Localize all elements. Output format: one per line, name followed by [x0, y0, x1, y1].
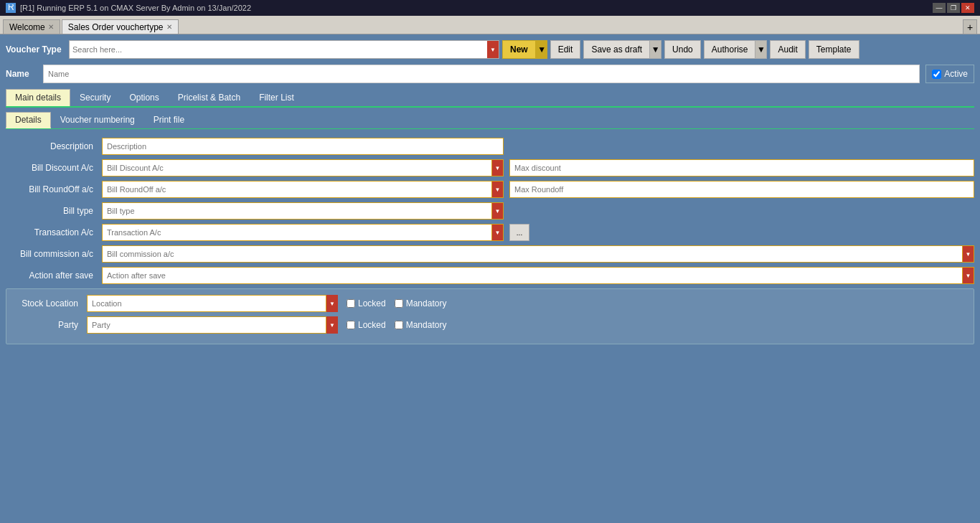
- authorise-arrow[interactable]: ▼: [755, 40, 767, 59]
- tab-welcome[interactable]: Welcome ✕: [3, 19, 60, 34]
- toolbar: Voucher Type ▼ New ▼ Edit Save as draft …: [6, 40, 974, 59]
- new-button-group: New ▼: [502, 40, 547, 59]
- party-input[interactable]: [87, 316, 326, 334]
- new-button-arrow[interactable]: ▼: [536, 40, 547, 59]
- bill-roundoff-label: Bill RoundOff a/c: [6, 184, 99, 194]
- tab-main-details[interactable]: Main details: [6, 89, 70, 106]
- party-mandatory-label: Mandatory: [406, 320, 447, 330]
- action-after-save-input[interactable]: [102, 267, 963, 284]
- stock-location-input-group: ▼: [87, 295, 338, 312]
- sub-tab-print-file[interactable]: Print file: [144, 112, 194, 128]
- bill-type-input-group: ▼: [102, 202, 504, 220]
- title-bar-text: [R1] Running ERP 5.1 on CMAX Server By A…: [20, 4, 251, 12]
- action-after-save-label: Action after save: [6, 270, 99, 281]
- tab-welcome-label: Welcome: [9, 22, 45, 32]
- sub-tabs-nav: Details Voucher numbering Print file: [6, 112, 974, 129]
- authorise-button[interactable]: Authorise: [704, 40, 756, 59]
- transaction-input-group: ▼: [102, 224, 504, 241]
- active-checkbox-container: Active: [925, 65, 974, 83]
- bill-discount-arrow[interactable]: ▼: [492, 159, 504, 176]
- action-after-save-arrow[interactable]: ▼: [963, 267, 974, 284]
- bill-roundoff-row: Bill RoundOff a/c ▼: [6, 181, 974, 198]
- tab-sales-order[interactable]: Sales Order vouchertype ✕: [62, 19, 179, 34]
- max-roundoff-input[interactable]: [509, 181, 974, 198]
- bill-type-row: Bill type ▼: [6, 202, 974, 220]
- save-draft-arrow[interactable]: ▼: [650, 40, 661, 59]
- bill-roundoff-input[interactable]: [102, 181, 492, 198]
- party-locked-checkbox[interactable]: [347, 321, 355, 329]
- party-mandatory-group: Mandatory: [395, 320, 447, 330]
- save-draft-group: Save as draft ▼: [583, 40, 661, 59]
- voucher-type-search-input[interactable]: [72, 45, 496, 54]
- transaction-input[interactable]: [102, 224, 492, 241]
- maximize-button[interactable]: ❐: [947, 3, 960, 13]
- edit-button[interactable]: Edit: [550, 40, 581, 59]
- party-label: Party: [12, 320, 84, 330]
- audit-button[interactable]: Audit: [770, 40, 805, 59]
- party-mandatory-checkbox[interactable]: [395, 321, 403, 329]
- sub-tab-details[interactable]: Details: [6, 112, 51, 128]
- location-dropdown-arrow[interactable]: ▼: [326, 295, 338, 312]
- party-row: Party ▼ Locked Mandatory: [12, 316, 968, 334]
- transaction-label: Transaction A/c: [6, 227, 99, 237]
- party-locked-label: Locked: [358, 320, 386, 330]
- max-discount-input[interactable]: [509, 159, 974, 176]
- voucher-type-search-box: ▼: [69, 40, 499, 59]
- description-row: Description: [6, 138, 974, 155]
- save-draft-button[interactable]: Save as draft: [583, 40, 650, 59]
- tab-welcome-close[interactable]: ✕: [48, 23, 54, 31]
- location-mandatory-checkbox[interactable]: [395, 299, 403, 308]
- bill-discount-label: Bill Discount A/c: [6, 163, 99, 173]
- transaction-arrow[interactable]: ▼: [492, 224, 504, 241]
- name-input[interactable]: [43, 65, 920, 83]
- minimize-button[interactable]: —: [933, 3, 946, 13]
- tab-filter-list[interactable]: Filter List: [250, 89, 303, 106]
- tab-pricelist-batch[interactable]: Pricelist & Batch: [169, 89, 250, 106]
- location-locked-checkbox[interactable]: [347, 299, 355, 308]
- description-input[interactable]: [102, 138, 504, 155]
- active-label: Active: [944, 69, 968, 79]
- tab-options[interactable]: Options: [120, 89, 168, 106]
- main-content: Voucher Type ▼ New ▼ Edit Save as draft …: [0, 34, 980, 523]
- active-checkbox[interactable]: [932, 70, 941, 79]
- sub-tab-voucher-numbering[interactable]: Voucher numbering: [51, 112, 144, 128]
- voucher-type-dropdown-arrow[interactable]: ▼: [487, 41, 499, 58]
- bill-discount-input[interactable]: [102, 159, 492, 176]
- location-mandatory-label: Mandatory: [406, 298, 447, 308]
- stock-location-label: Stock Location: [12, 298, 84, 308]
- bill-commission-arrow[interactable]: ▼: [963, 245, 974, 263]
- party-input-group: ▼: [87, 316, 338, 334]
- location-locked-group: Locked: [347, 298, 386, 308]
- tab-sales-order-close[interactable]: ✕: [166, 23, 172, 31]
- bill-commission-row: Bill commission a/c ▼: [6, 245, 974, 263]
- bill-commission-input-group: ▼: [102, 245, 974, 263]
- party-locked-group: Locked: [347, 320, 386, 330]
- tab-sales-order-label: Sales Order vouchertype: [68, 22, 164, 32]
- transaction-row: Transaction A/c ▼ ...: [6, 224, 974, 241]
- location-locked-label: Locked: [358, 298, 386, 308]
- authorise-button-group: Authorise ▼: [704, 40, 768, 59]
- tab-add-button[interactable]: +: [963, 19, 977, 34]
- window-close-button[interactable]: ✕: [961, 3, 974, 13]
- description-label: Description: [6, 141, 99, 151]
- bill-type-input[interactable]: [102, 202, 492, 220]
- main-tabs-nav: Main details Security Options Pricelist …: [6, 89, 974, 108]
- bill-discount-input-group: ▼: [102, 159, 504, 176]
- location-mandatory-group: Mandatory: [395, 298, 447, 308]
- undo-button[interactable]: Undo: [664, 40, 701, 59]
- name-row: Name Active: [6, 65, 974, 83]
- new-button[interactable]: New: [502, 40, 536, 59]
- name-label: Name: [6, 69, 37, 79]
- action-after-save-input-group: ▼: [102, 267, 974, 284]
- template-button[interactable]: Template: [809, 40, 859, 59]
- stock-section: Stock Location ▼ Locked Mandatory Party: [6, 288, 974, 344]
- party-dropdown-arrow[interactable]: ▼: [326, 316, 338, 334]
- tab-security[interactable]: Security: [70, 89, 120, 106]
- bill-roundoff-arrow[interactable]: ▼: [492, 181, 504, 198]
- svg-text:R: R: [8, 4, 14, 11]
- bill-type-label: Bill type: [6, 206, 99, 216]
- bill-commission-input[interactable]: [102, 245, 963, 263]
- transaction-ellipsis-button[interactable]: ...: [509, 224, 529, 241]
- location-input[interactable]: [87, 295, 326, 312]
- bill-type-arrow[interactable]: ▼: [492, 202, 504, 220]
